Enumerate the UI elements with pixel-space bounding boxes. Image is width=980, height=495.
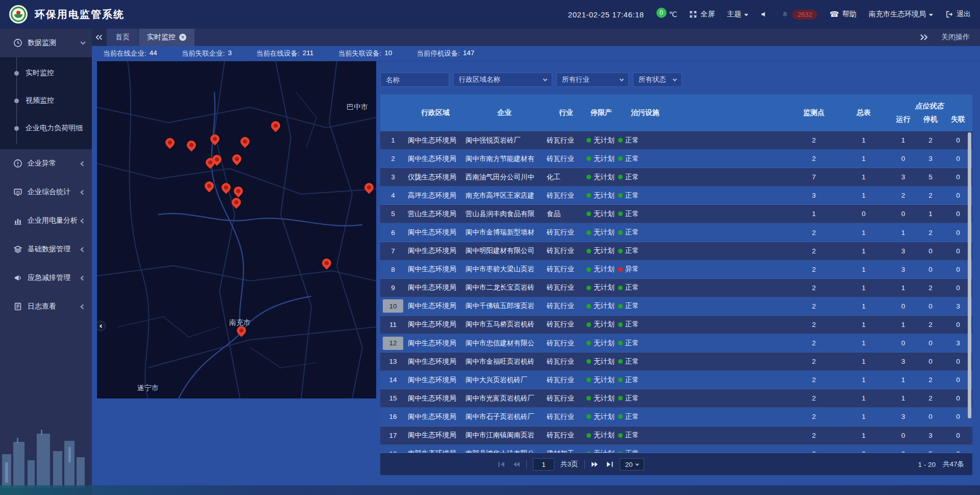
tab-realtime-monitoring[interactable]: 实时监控 ✕ [139,29,194,46]
row-index-cell: 9 [380,279,406,297]
logout-button[interactable]: 退出 [945,10,971,19]
sidebar-item-log-view[interactable]: 日志查看 [0,292,92,321]
cell-stop-status: 无计划 [585,408,617,426]
cell-treatment-status: 正常 [617,242,673,260]
table-row[interactable]: 6阆中生态环境局阆中市金博瑞新型墙材砖瓦行业无计划正常21120 [380,223,972,242]
sidebar-item-emergency-reduction[interactable]: 应急减排管理 [0,264,92,292]
cell-halted: 3 [917,150,944,168]
caret-down-icon [929,14,933,16]
page-number-input[interactable] [533,458,554,470]
prev-page-button[interactable] [512,461,520,468]
theme-dropdown[interactable]: 主题 [727,10,748,19]
status-dot-icon [618,341,623,345]
tab-home[interactable]: 首页 [107,29,138,46]
name-search-input[interactable] [380,73,449,87]
cell-treatment-status: 正常 [617,389,673,407]
cell-total-meter: 1 [838,150,889,168]
row-index-cell: 8 [380,261,406,278]
table-row[interactable]: 11阆中生态环境局阆中市五马桥页岩机砖砖瓦行业无计划正常21120 [380,316,972,334]
cell-running: 1 [889,316,917,334]
sidebar-item-power-load-detail[interactable]: 企业电力负荷明细 [0,114,92,142]
table-row[interactable]: 3仪陇生态环境局西南油气田分公司川中化工无计划正常71350 [380,168,972,186]
table-row[interactable]: 13阆中生态环境局阆中市金福旺页岩机砖砖瓦行业无计划正常21300 [380,352,972,371]
cell-region: 阆中生态环境局 [406,297,463,315]
cell-treatment-status: 正常 [617,205,673,223]
map-canvas[interactable]: 巴中市南充市遂宁市 [97,61,376,398]
page-size-select[interactable]: 20 [620,458,644,470]
table-scrollbar-thumb[interactable] [968,132,971,418]
status-dot-icon [586,156,591,161]
table-row[interactable]: 16阆中生态环境局阆中市石子页岩机砖厂砖瓦行业无计划正常21300 [380,408,972,426]
chevron-down-icon [673,77,677,81]
last-page-button[interactable] [605,461,614,468]
double-chevron-right-icon[interactable] [920,34,928,40]
table-row[interactable]: 2阆中生态环境局阆中市南方节能建材有砖瓦行业无计划正常21030 [380,150,972,168]
cell-total-meter: 1 [838,352,889,370]
cell-industry: 砖瓦行业 [544,316,585,334]
row-index-cell: 12 [380,334,406,352]
cell-company: 阆中市南方节能建材有 [463,150,544,168]
table-row[interactable]: 4高坪生态环境局南充市高坪区王家店建砖瓦行业无计划正常31220 [380,186,972,205]
fullscreen-button[interactable]: 全屏 [689,10,715,19]
speaker-icon [761,10,769,18]
cell-stop-status: 无计划 [585,352,617,370]
stop-status-text: 无计划 [594,173,615,182]
notifications-button[interactable]: 2632 [781,10,817,19]
table-row[interactable]: 9阆中生态环境局阆中市二龙长宝页岩砖砖瓦行业无计划正常21120 [380,279,972,297]
stop-status-text: 无计划 [594,265,615,274]
cell-total-meter: 1 [838,316,889,334]
status-dot-icon [618,378,623,382]
sound-toggle-button[interactable] [761,10,769,18]
first-page-button[interactable] [498,461,506,468]
treatment-status-text: 正常 [625,154,639,163]
cell-monitor-points: 2 [790,261,838,278]
cell-total-meter: 1 [838,408,889,426]
record-range-label: 1 - 20 [918,461,936,468]
map-marker-core [366,184,372,190]
cell-stop-status: 无计划 [585,205,617,223]
tab-close-icon[interactable]: ✕ [179,34,186,41]
cell-stop-status: 无计划 [585,389,617,407]
sidebar-item-video-monitoring[interactable]: 视频监控 [0,87,92,114]
sidebar-item-enterprise-statistics[interactable]: 企业综合统计 [0,178,92,206]
next-page-button[interactable] [591,461,599,468]
sidebar-item-base-data-management[interactable]: 基础数据管理 [0,235,92,264]
sidebar-item-realtime-monitoring[interactable]: 实时监控 [0,59,92,87]
sidebar-item-power-usage-analysis[interactable]: 企业用电量分析 [0,206,92,235]
alert-circle-icon [13,159,22,168]
map-roads-graphic [97,61,376,398]
cell-company: 阆中强锐页岩砖厂 [463,131,544,149]
industry-select[interactable]: 所有行业 [556,73,629,87]
cell-company: 营山县润丰肉食品有限 [463,205,544,223]
cityscape-decoration [0,411,92,488]
sidebar-item-data-monitoring[interactable]: 数据监测 [0,29,92,57]
status-select[interactable]: 所有状态 [633,73,682,87]
table-row[interactable]: 14阆中生态环境局阆中大兴页岩机砖厂砖瓦行业无计划正常21120 [380,371,972,389]
cell-running: 3 [889,408,917,426]
table-row[interactable]: 8阆中生态环境局阆中市枣碧大梁山页岩砖瓦行业无计划异常21300 [380,261,972,279]
cell-monitor-points: 2 [790,279,838,297]
sidebar-item-enterprise-abnormal[interactable]: 企业异常 [0,149,92,178]
tabs-scroll-left-button[interactable] [92,29,106,46]
table-row[interactable]: 17阆中生态环境局阆中市江南镇阆南页岩砖瓦行业无计划正常21030 [380,427,972,445]
close-operations-button[interactable]: 关闭操作 [941,33,970,42]
table-row[interactable]: 10阆中生态环境局阆中千佛镇五郎垭页岩砖瓦行业无计划正常21003 [380,297,972,316]
cell-region: 仪陇生态环境局 [406,168,463,186]
org-dropdown[interactable]: 南充市生态环境局 [869,10,933,19]
table-row[interactable]: 15阆中生态环境局阆中市光富页岩机砖厂砖瓦行业无计划正常21120 [380,389,972,408]
table-row[interactable]: 1阆中生态环境局阆中强锐页岩砖厂砖瓦行业无计划正常21120 [380,131,972,150]
cell-treatment-status: 正常 [617,168,673,186]
cell-halted: 2 [917,279,944,297]
treatment-status-text: 正常 [625,173,639,182]
table-row[interactable]: 7阆中生态环境局阆中明阳建材有限公司砖瓦行业无计划正常21300 [380,242,972,261]
table-row[interactable]: 12阆中生态环境局阆中市忠信建材有限公砖瓦行业无计划正常21003 [380,334,972,352]
chevron-down-icon [81,40,86,45]
cell-region: 阆中生态环境局 [406,352,463,370]
cell-monitor-points: 2 [790,352,838,370]
region-select[interactable]: 行政区域名称 [453,73,552,87]
cell-treatment-status: 异常 [617,261,673,278]
table-row[interactable]: 5营山生态环境局营山县润丰肉食品有限食品无计划正常10010 [380,205,972,223]
stat-item: 当前失联企业:3 [182,49,232,58]
help-button[interactable]: ☎ 帮助 [829,10,856,19]
cell-halted: 0 [917,242,944,260]
